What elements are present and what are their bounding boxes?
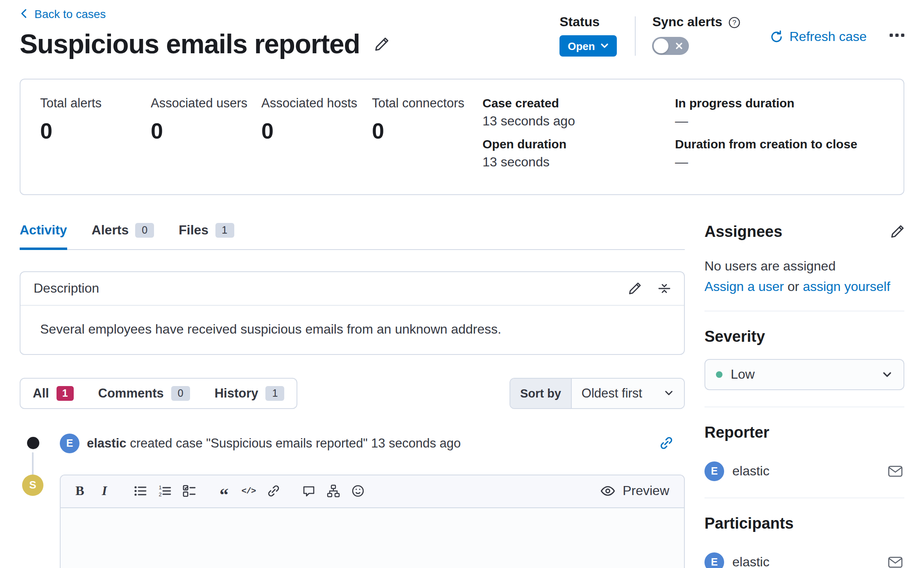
tab-label: Activity (20, 223, 67, 237)
assign-yourself-link[interactable]: assign yourself (803, 279, 890, 293)
more-actions-button[interactable] (890, 33, 904, 38)
event-timestamp: 13 seconds ago (371, 436, 461, 450)
participant-username: elastic (732, 554, 770, 568)
checklist-button[interactable] (178, 480, 200, 502)
insert-visualization-button[interactable] (346, 480, 369, 502)
severity-select[interactable]: Low (704, 359, 904, 390)
svg-text:1: 1 (159, 485, 161, 491)
activity-timeline: E elastic created case "Suspicious email… (20, 434, 685, 568)
metric-value: 0 (40, 118, 151, 144)
tab-activity[interactable]: Activity (20, 223, 67, 250)
avatar: E (704, 461, 724, 481)
metric-value: 0 (261, 118, 372, 144)
filter-all[interactable]: All 1 (20, 379, 86, 408)
comment-input[interactable] (61, 508, 684, 568)
filter-comments[interactable]: Comments 0 (86, 379, 202, 408)
edit-description-button[interactable] (628, 282, 641, 295)
event-username: elastic (87, 436, 127, 450)
sort-order-value: Oldest first (582, 386, 642, 401)
activity-filter-group: All 1 Comments 0 History 1 (20, 378, 297, 409)
participants-title: Participants (704, 514, 794, 532)
new-comment-row: S B I (20, 475, 685, 568)
filter-comments-count-badge: 0 (171, 386, 190, 401)
envelope-icon[interactable] (888, 465, 903, 477)
filter-label: Comments (98, 386, 164, 401)
insert-hierarchy-button[interactable] (322, 480, 344, 502)
code-icon: </> (242, 486, 256, 496)
envelope-icon[interactable] (888, 556, 903, 568)
header-divider (635, 16, 636, 56)
sort-by-label: Sort by (510, 379, 572, 408)
boxes-horizontal-icon (890, 33, 904, 38)
reporter-title: Reporter (704, 423, 769, 441)
preview-button[interactable]: Preview (600, 484, 676, 499)
sync-alerts-control: Sync alerts ? (652, 15, 741, 55)
tab-alerts-count-badge: 0 (135, 223, 154, 237)
description-header: Description (20, 272, 684, 305)
detail-value: — (675, 114, 884, 128)
sidebar-divider (704, 497, 904, 498)
metric-label: Total alerts (40, 95, 151, 110)
timeline-rail (32, 452, 34, 478)
refresh-case-button[interactable]: Refresh case (770, 30, 867, 44)
detail-label: Case created (482, 95, 642, 109)
sync-alerts-toggle[interactable] (652, 37, 689, 55)
edit-title-button[interactable] (375, 37, 390, 52)
status-value: Open (568, 40, 595, 52)
filter-history-count-badge: 1 (265, 386, 284, 401)
back-to-cases-label: Back to cases (34, 7, 106, 20)
filter-history[interactable]: History 1 (202, 379, 297, 408)
preview-label: Preview (623, 484, 669, 499)
severity-title: Severity (704, 327, 765, 345)
sort-control: Sort by Oldest first (510, 378, 685, 409)
page-title: Suspicious emails reported (20, 28, 360, 60)
metric-associated-hosts: Associated hosts 0 (261, 95, 372, 144)
refresh-case-label: Refresh case (789, 30, 867, 44)
case-page: Back to cases Suspicious emails reported… (0, 0, 924, 568)
quote-button[interactable]: “ (213, 480, 235, 502)
description-panel: Description Sev (20, 271, 685, 354)
detail-column-left: Case created 13 seconds ago Open duratio… (482, 95, 642, 177)
metric-total-connectors: Total connectors 0 (372, 95, 482, 144)
markdown-toolbar: B I 1 (61, 475, 684, 508)
tab-alerts[interactable]: Alerts 0 (92, 223, 154, 250)
ordered-list-button[interactable]: 12 (153, 480, 175, 502)
filter-label: All (33, 386, 49, 401)
bullet-list-button[interactable] (129, 480, 151, 502)
edit-assignees-button[interactable] (890, 225, 904, 239)
sort-order-select[interactable]: Oldest first (572, 379, 684, 408)
toggle-off-x-icon (676, 43, 683, 49)
back-to-cases-link[interactable]: Back to cases (20, 7, 106, 20)
reporter-row: E elastic (704, 461, 904, 481)
participant-row: E elastic (704, 552, 904, 568)
collapse-description-button[interactable] (658, 282, 671, 295)
reporter-username: elastic (732, 463, 770, 478)
severity-low-dot-icon (716, 371, 722, 377)
description-body: Several employees have received suspicio… (20, 305, 684, 354)
filter-label: History (215, 386, 258, 401)
link-icon (659, 436, 673, 450)
status-dropdown-button[interactable]: Open (559, 35, 617, 57)
copy-event-link-button[interactable] (659, 436, 673, 450)
tab-files[interactable]: Files 1 (179, 223, 234, 250)
pencil-icon (890, 225, 904, 239)
page-header: Back to cases Suspicious emails reported… (20, 7, 904, 60)
detail-value: 13 seconds (482, 154, 642, 169)
question-circle-icon[interactable]: ? (728, 16, 740, 28)
emoji-icon (351, 485, 364, 498)
avatar: E (60, 434, 79, 453)
timeline-dot-icon (27, 437, 39, 450)
insert-link-button[interactable] (262, 480, 284, 502)
sidebar-divider (704, 310, 904, 311)
metric-total-alerts: Total alerts 0 (40, 95, 151, 144)
description-title: Description (34, 281, 99, 295)
case-tabs: Activity Alerts 0 Files 1 (20, 223, 685, 250)
code-button[interactable]: </> (238, 480, 260, 502)
assignees-or-text: or (788, 279, 799, 293)
chevron-down-icon (601, 42, 609, 50)
case-metrics-panel: Total alerts 0 Associated users 0 Associ… (20, 78, 904, 195)
insert-timeline-comment-button[interactable] (297, 480, 319, 502)
bold-button[interactable]: B (69, 480, 91, 502)
assign-a-user-link[interactable]: Assign a user (704, 279, 784, 293)
italic-button[interactable]: I (93, 480, 116, 502)
